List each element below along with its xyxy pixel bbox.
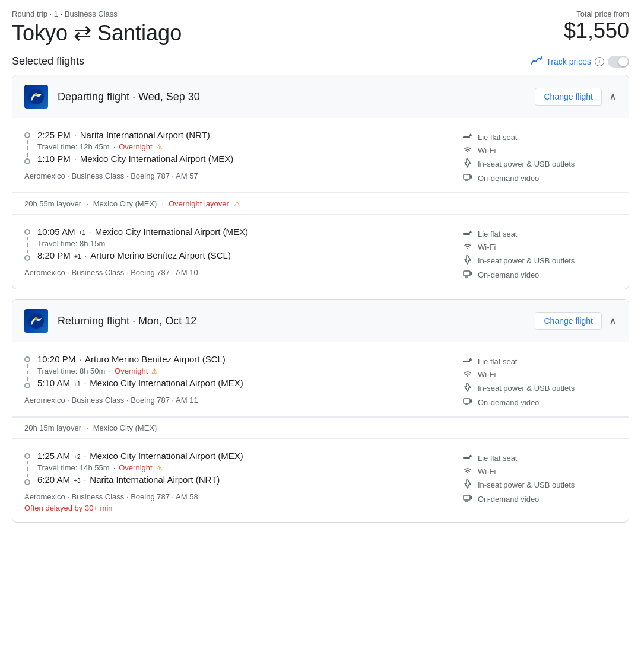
departure-dot-2 <box>24 229 30 235</box>
dep2-amenity-video-text: On-demand video <box>478 270 539 279</box>
ret2-amenity-lieflat: Lie flat seat <box>462 453 617 463</box>
departure-dot <box>24 132 30 138</box>
returning-flight-card: Returning flight · Mon, Oct 12 Change fl… <box>12 299 629 523</box>
selected-flights-label: Selected flights <box>12 55 84 68</box>
returning-card-header: Returning flight · Mon, Oct 12 Change fl… <box>12 300 629 342</box>
ret1-amenity-video: On-demand video <box>462 397 617 407</box>
ret2-amenity-wifi-text: Wi-Fi <box>478 467 496 476</box>
dep1-travel-time: Travel time: 12h 45m <box>37 142 110 151</box>
dep2-amenity-power: In-seat power & USB outlets <box>462 255 617 266</box>
departing-segment-2-amenities: Lie flat seat Wi-Fi In-seat power & USB … <box>462 227 617 279</box>
ret2-often-delayed: Often delayed by 30+ min <box>24 504 450 512</box>
trip-meta: Round trip · 1 · Business Class <box>12 9 182 18</box>
ret2-travel-time: Travel time: 14h 55m <box>37 463 110 472</box>
returning-segment-1-main: 10:20 PM · Arturo Merino Benítez Airport… <box>24 354 617 407</box>
svg-point-1 <box>35 93 38 96</box>
ret1-amenity-wifi-text: Wi-Fi <box>478 370 496 379</box>
ret1-amenity-wifi: Wi-Fi <box>462 370 617 379</box>
ret1-amenities-list: Lie flat seat Wi-Fi In-seat power & USB … <box>462 354 617 407</box>
video-icon <box>462 173 473 183</box>
dep2-amenity-wifi: Wi-Fi <box>462 242 617 251</box>
returning-segment-2-main: 1:25 AM+2 · Mexico City International Ai… <box>24 451 617 512</box>
ret1-arrival-row: 5:10 AM+1 · Mexico City International Ai… <box>37 378 450 388</box>
dep1-arrive-airport: Mexico City International Airport (MEX) <box>80 154 233 164</box>
ret1-airline-info: Aeromexico · Business Class · Boeing 787… <box>24 396 450 405</box>
departing-change-flight-button[interactable]: Change flight <box>535 88 602 106</box>
track-prices-icon <box>531 56 542 67</box>
dep1-amenity-power-text: In-seat power & USB outlets <box>478 160 575 168</box>
dep1-depart-airport: Narita International Airport (NRT) <box>80 130 210 140</box>
svg-point-0 <box>28 89 44 104</box>
timeline-content-2: 10:05 AM+1 · Mexico City International A… <box>37 227 450 261</box>
track-prices-area[interactable]: Track prices i <box>531 56 629 68</box>
svg-point-4 <box>470 134 472 136</box>
svg-point-16 <box>470 358 472 360</box>
ret1-departure-dot <box>24 356 30 362</box>
dep2-amenity-video: On-demand video <box>462 270 617 279</box>
departing-segment-1-amenities: Lie flat seat Wi-Fi In-seat power & USB … <box>462 130 617 183</box>
ret2-depart-airport: Mexico City International Airport (MEX) <box>90 451 243 461</box>
ret2-arrive-super: +3 <box>74 477 80 484</box>
departing-segment-1-timeline: 2:25 PM · Narita International Airport (… <box>24 130 450 164</box>
returning-change-flight-button[interactable]: Change flight <box>535 312 602 330</box>
departing-collapse-icon[interactable]: ∧ <box>609 90 617 103</box>
svg-point-12 <box>28 313 44 329</box>
ret2-departure-dot <box>24 453 30 459</box>
returning-segment-1-amenities: Lie flat seat Wi-Fi In-seat power & USB … <box>462 354 617 407</box>
ret2-depart-super: +2 <box>74 454 80 460</box>
ret2-amenity-video-text: On-demand video <box>478 495 539 504</box>
dep2-amenity-power-text: In-seat power & USB outlets <box>478 256 575 265</box>
ret1-power-icon <box>462 383 473 394</box>
ret2-lieflat-icon <box>462 453 473 463</box>
ret1-warning-icon: ⚠ <box>151 367 158 375</box>
svg-rect-7 <box>463 233 470 235</box>
departing-segment-1-main: 2:25 PM · Narita International Airport (… <box>24 130 617 183</box>
trip-title: Tokyo ⇄ Santiago <box>12 21 182 46</box>
dep2-wifi-icon <box>462 242 473 251</box>
dep2-depart-airport: Mexico City International Airport (MEX) <box>95 227 248 237</box>
svg-rect-17 <box>464 399 470 403</box>
departing-segment-1: 2:25 PM · Narita International Airport (… <box>12 118 629 193</box>
ret2-amenity-power: In-seat power & USB outlets <box>462 479 617 491</box>
returning-segment-1-timeline: 10:20 PM · Arturo Merino Benítez Airport… <box>24 354 450 388</box>
returning-card-actions: Change flight ∧ <box>535 312 617 330</box>
dep2-amenity-lieflat-text: Lie flat seat <box>478 230 518 238</box>
ret1-depart-time: 10:20 PM <box>37 354 75 364</box>
dep1-warning-icon: ⚠ <box>156 143 163 151</box>
departing-segment-1-left: 2:25 PM · Narita International Airport (… <box>24 130 450 183</box>
ret1-arrival-dot <box>24 383 30 388</box>
dep1-amenity-wifi-text: Wi-Fi <box>478 146 496 155</box>
returning-airline-logo <box>24 309 48 333</box>
ret1-lieflat-icon <box>462 356 473 366</box>
ret1-travel-time: Travel time: 8h 50m <box>37 367 105 375</box>
route-arrow: ⇄ <box>74 21 91 46</box>
returning-header-info: Returning flight · Mon, Oct 12 <box>58 315 525 327</box>
timeline-line-2 <box>27 237 28 253</box>
ret2-amenities-list: Lie flat seat Wi-Fi In-seat power & USB … <box>462 451 617 504</box>
ret2-overnight: Overnight <box>119 463 152 472</box>
departing-card-actions: Change flight ∧ <box>535 88 617 106</box>
returning-layover-text: 20h 15m layover <box>24 423 81 432</box>
returning-layover: 20h 15m layover · Mexico City (MEX) <box>12 417 629 439</box>
ret2-amenity-lieflat-text: Lie flat seat <box>478 454 518 463</box>
dep2-airline-info: Aeromexico · Business Class · Boeing 787… <box>24 268 450 277</box>
ret2-depart-time: 1:25 AM <box>37 451 70 461</box>
dep2-depart-super: +1 <box>78 230 85 236</box>
dep1-airline-info: Aeromexico · Business Class · Boeing 787… <box>24 171 450 180</box>
departing-segment-2-left: 10:05 AM+1 · Mexico City International A… <box>24 227 450 279</box>
returning-collapse-icon[interactable]: ∧ <box>609 314 617 327</box>
dep1-overnight: Overnight <box>119 142 152 151</box>
track-prices-toggle[interactable] <box>608 56 629 68</box>
dep1-amenities-list: Lie flat seat Wi-Fi In-seat power & USB … <box>462 130 617 183</box>
track-prices-text[interactable]: Track prices <box>546 57 591 66</box>
total-price-label: Total price from <box>564 9 629 18</box>
returning-type-date: Returning flight · Mon, Oct 12 <box>58 315 525 327</box>
ret1-timeline-line <box>27 364 28 381</box>
ret2-video-icon <box>462 494 473 504</box>
ret2-airline-info: Aeromexico · Business Class · Boeing 787… <box>24 492 450 501</box>
ret2-arrive-time: 6:20 AM <box>37 474 70 485</box>
ret2-departure-row: 1:25 AM+2 · Mexico City International Ai… <box>37 451 450 461</box>
track-prices-info-icon[interactable]: i <box>595 57 604 66</box>
returning-segment-2-timeline: 1:25 AM+2 · Mexico City International Ai… <box>24 451 450 485</box>
ret1-amenity-video-text: On-demand video <box>478 398 539 407</box>
